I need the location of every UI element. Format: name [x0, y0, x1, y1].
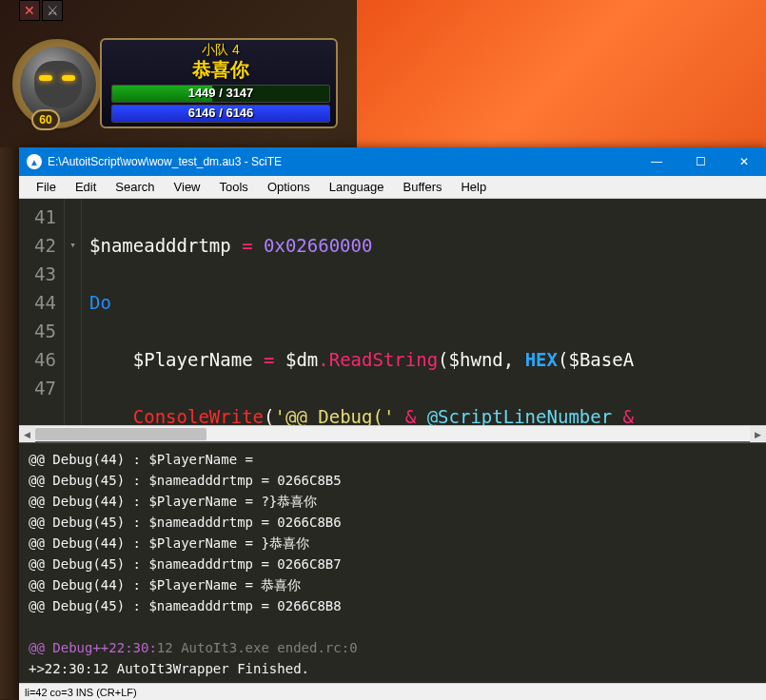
menu-language[interactable]: Language — [320, 178, 394, 196]
console-line: +>22:30:12 AutoIt3Wrapper Finished. — [29, 658, 756, 679]
portrait-face — [34, 61, 82, 108]
status-bar: li=42 co=3 INS (CR+LF) — [19, 683, 766, 700]
menu-buffers[interactable]: Buffers — [394, 178, 452, 196]
debuff-icon-2[interactable]: ⚔ — [42, 0, 63, 21]
editor-area[interactable]: 41 42 43 44 45 46 47 ▾ $nameadddrtmp = 0… — [19, 199, 766, 425]
line-num: 42 — [19, 231, 56, 260]
close-button[interactable]: ✕ — [722, 147, 766, 176]
line-num: 44 — [19, 288, 56, 317]
portrait-ring: 60 — [10, 36, 105, 131]
console-line: @@ Debug(44) : $PlayerName = 恭喜你 — [29, 574, 756, 595]
menu-options[interactable]: Options — [258, 178, 320, 196]
line-num: 43 — [19, 260, 56, 288]
console-line: @@ Debug(45) : $nameadddrtmp = 0266C8B5 — [29, 470, 756, 491]
console-line: @@ Debug(44) : $PlayerName = }恭喜你 — [29, 533, 756, 554]
console-blank — [29, 616, 756, 637]
menubar: File Edit Search View Tools Options Lang… — [19, 176, 766, 199]
unit-frame[interactable]: ✕ ⚔ 60 小队 4 恭喜你 1449 / 3147 6146 / 6146 — [10, 27, 343, 126]
menu-view[interactable]: View — [165, 178, 210, 196]
console-line: @@ Debug(45) : $nameadddrtmp = 0266C8B7 — [29, 554, 756, 574]
menu-edit[interactable]: Edit — [66, 178, 106, 196]
line-num: 46 — [19, 345, 56, 374]
line-num: 47 — [19, 374, 56, 402]
maximize-button[interactable]: ☐ — [678, 147, 722, 176]
scite-window: ▲ E:\AutoitScript\wow\wow_test_dm.au3 - … — [19, 147, 766, 700]
code-line[interactable]: Do — [89, 288, 766, 317]
fold-column[interactable]: ▾ — [65, 199, 82, 425]
orange-panel — [357, 0, 766, 152]
window-controls: — ☐ ✕ — [635, 147, 766, 176]
menu-tools[interactable]: Tools — [210, 178, 258, 196]
console-line: @@ Debug++22:30:12 AutoIt3.exe ended.rc:… — [29, 637, 756, 658]
debuff-icon-1[interactable]: ✕ — [19, 0, 40, 21]
console-line: @@ Debug(45) : $nameadddrtmp = 0266C8B8 — [29, 595, 756, 616]
name-plate: 小队 4 恭喜你 1449 / 3147 6146 / 6146 — [100, 38, 338, 128]
code-line[interactable]: $nameadddrtmp = 0x02660000 — [89, 231, 766, 260]
hp-text: 1449 / 3147 — [112, 86, 329, 100]
eye-glow-right — [62, 75, 75, 81]
portrait[interactable] — [20, 47, 96, 123]
titlebar[interactable]: ▲ E:\AutoitScript\wow\wow_test_dm.au3 - … — [19, 147, 766, 176]
line-num: 45 — [19, 317, 56, 345]
console-line: @@ Debug(45) : $nameadddrtmp = 0266C8B6 — [29, 512, 756, 533]
player-name: 恭喜你 — [111, 57, 330, 83]
console-line: @@ Debug(44) : $PlayerName = ?}恭喜你 — [29, 491, 756, 512]
menu-file[interactable]: File — [27, 178, 66, 196]
console-line: @@ Debug(44) : $PlayerName = — [29, 449, 756, 470]
minimize-button[interactable]: — — [635, 147, 678, 176]
app-icon: ▲ — [27, 154, 42, 169]
scroll-right-arrow-icon[interactable]: ▶ — [750, 426, 766, 442]
mp-text: 6146 / 6146 — [112, 106, 329, 120]
output-console[interactable]: @@ Debug(44) : $PlayerName = @@ Debug(45… — [19, 441, 766, 683]
menu-help[interactable]: Help — [451, 178, 496, 196]
code-area[interactable]: $nameadddrtmp = 0x02660000 Do $PlayerNam… — [82, 199, 766, 425]
wall-texture — [0, 147, 21, 699]
line-num: 41 — [19, 203, 56, 231]
titlebar-text: E:\AutoitScript\wow\wow_test_dm.au3 - Sc… — [48, 155, 635, 168]
menu-search[interactable]: Search — [106, 178, 164, 196]
scrollbar-thumb[interactable] — [35, 428, 206, 440]
eye-glow-left — [39, 75, 52, 81]
debuff-row: ✕ ⚔ — [19, 0, 63, 21]
code-line[interactable]: ConsoleWrite('@@ Debug(' & @ScriptLineNu… — [89, 402, 766, 425]
code-line[interactable]: $PlayerName = $dm.ReadString($hwnd, HEX(… — [89, 345, 766, 374]
status-text: li=42 co=3 INS (CR+LF) — [25, 687, 137, 698]
hp-bar: 1449 / 3147 — [111, 85, 330, 103]
mp-bar: 6146 / 6146 — [111, 105, 330, 123]
level-badge: 60 — [31, 109, 60, 130]
scroll-left-arrow-icon[interactable]: ◀ — [19, 426, 35, 442]
line-gutter: 41 42 43 44 45 46 47 — [19, 199, 65, 425]
horizontal-scrollbar[interactable]: ◀ ▶ — [19, 425, 766, 441]
